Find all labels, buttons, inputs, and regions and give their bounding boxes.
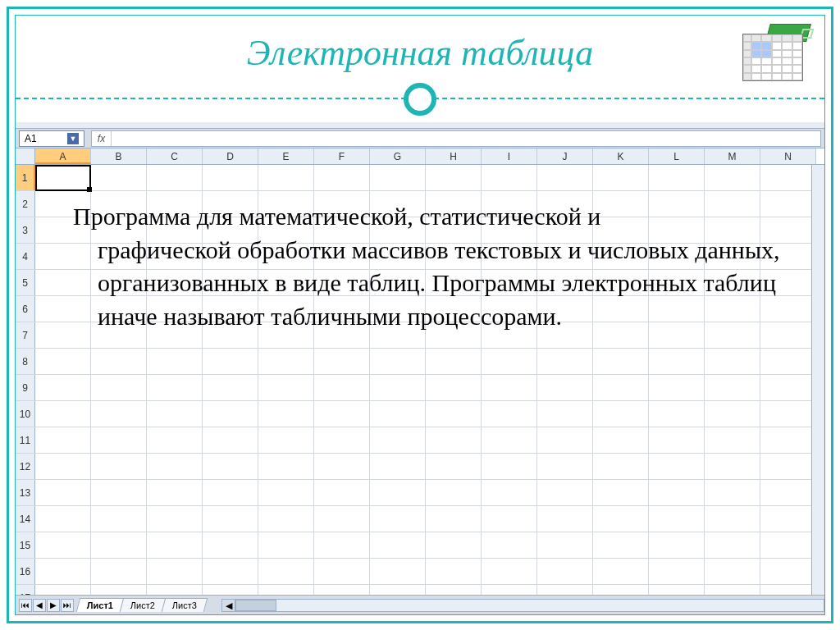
cell[interactable] (203, 506, 258, 532)
cell[interactable] (203, 480, 258, 505)
cell[interactable] (91, 427, 147, 453)
cell[interactable] (258, 401, 314, 427)
col-header-e[interactable]: E (258, 148, 314, 164)
name-box-dropdown-icon[interactable]: ▼ (67, 133, 79, 144)
cell[interactable] (314, 506, 370, 532)
cell[interactable] (537, 559, 593, 584)
cell[interactable] (147, 427, 203, 453)
cell[interactable] (537, 375, 593, 400)
cell[interactable] (649, 559, 705, 584)
cell[interactable] (91, 165, 147, 190)
cell[interactable] (537, 585, 593, 595)
sheet-nav-last-icon[interactable]: ⏭ (61, 599, 74, 612)
cell[interactable] (35, 375, 91, 400)
col-header-l[interactable]: L (649, 148, 705, 164)
row-header[interactable]: 11 (16, 427, 35, 453)
cell[interactable] (705, 401, 760, 427)
cell[interactable] (482, 375, 537, 400)
cell[interactable] (649, 375, 705, 400)
cell[interactable] (649, 427, 705, 453)
cell[interactable] (593, 349, 649, 374)
cell[interactable] (147, 401, 203, 427)
cell[interactable] (537, 532, 593, 558)
cell[interactable] (35, 165, 91, 190)
cell[interactable] (705, 375, 760, 400)
sheet-nav-first-icon[interactable]: ⏮ (19, 599, 32, 612)
row-header[interactable]: 3 (16, 217, 35, 243)
cell[interactable] (426, 559, 482, 584)
cell[interactable] (537, 506, 593, 532)
cell[interactable] (649, 165, 705, 190)
cell[interactable] (482, 480, 537, 505)
cell[interactable] (426, 532, 482, 558)
cell[interactable] (147, 480, 203, 505)
cell[interactable] (537, 165, 593, 190)
cell[interactable] (147, 506, 203, 532)
col-header-c[interactable]: C (147, 148, 203, 164)
cell[interactable] (426, 401, 482, 427)
horizontal-scrollbar[interactable]: ◀ (221, 599, 824, 612)
cell[interactable] (760, 532, 816, 558)
cell[interactable] (314, 375, 370, 400)
cell[interactable] (203, 349, 258, 374)
cell[interactable] (760, 349, 816, 374)
cell[interactable] (537, 401, 593, 427)
cell[interactable] (593, 427, 649, 453)
cell[interactable] (370, 559, 426, 584)
cell[interactable] (593, 506, 649, 532)
col-header-f[interactable]: F (314, 148, 370, 164)
cell[interactable] (593, 480, 649, 505)
col-header-b[interactable]: B (91, 148, 147, 164)
cell[interactable] (147, 559, 203, 584)
row-header[interactable]: 10 (16, 401, 35, 427)
cell[interactable] (370, 532, 426, 558)
cell[interactable] (314, 532, 370, 558)
cell[interactable] (370, 165, 426, 190)
cell[interactable] (760, 375, 816, 400)
cell[interactable] (705, 165, 760, 190)
cell[interactable] (203, 165, 258, 190)
cell[interactable] (705, 559, 760, 584)
cell[interactable] (705, 427, 760, 453)
col-header-a[interactable]: A (35, 148, 91, 164)
col-header-n[interactable]: N (760, 148, 816, 164)
col-header-h[interactable]: H (426, 148, 482, 164)
cell[interactable] (426, 585, 482, 595)
cell[interactable] (649, 585, 705, 595)
cell[interactable] (314, 559, 370, 584)
cell[interactable] (649, 454, 705, 479)
cell[interactable] (537, 454, 593, 479)
cell[interactable] (370, 401, 426, 427)
fx-icon[interactable]: fx (92, 131, 112, 146)
sheet-tab-1[interactable]: Лист1 (76, 598, 125, 612)
cell[interactable] (147, 165, 203, 190)
cell[interactable] (426, 375, 482, 400)
cell[interactable] (258, 165, 314, 190)
cell[interactable] (593, 454, 649, 479)
cell[interactable] (147, 375, 203, 400)
cell[interactable] (593, 532, 649, 558)
cell[interactable] (203, 454, 258, 479)
cell[interactable] (593, 585, 649, 595)
cell[interactable] (314, 427, 370, 453)
cell[interactable] (35, 585, 91, 595)
cell[interactable] (760, 585, 816, 595)
cell[interactable] (314, 401, 370, 427)
cell[interactable] (482, 532, 537, 558)
cell[interactable] (760, 506, 816, 532)
cell[interactable] (593, 559, 649, 584)
cell[interactable] (370, 349, 426, 374)
cell[interactable] (482, 349, 537, 374)
row-header[interactable]: 15 (16, 532, 35, 558)
col-header-g[interactable]: G (370, 148, 426, 164)
cell[interactable] (705, 506, 760, 532)
sheet-nav-next-icon[interactable]: ▶ (47, 599, 60, 612)
row-header[interactable]: 8 (16, 349, 35, 374)
cell[interactable] (426, 427, 482, 453)
cell[interactable] (258, 480, 314, 505)
cell[interactable] (482, 559, 537, 584)
cell[interactable] (91, 532, 147, 558)
cell[interactable] (649, 480, 705, 505)
cell[interactable] (35, 401, 91, 427)
sheet-tab-3[interactable]: Лист3 (162, 598, 208, 612)
